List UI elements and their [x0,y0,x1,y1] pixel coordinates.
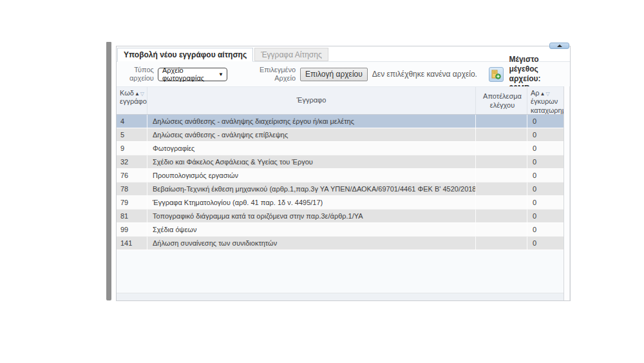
sort-asc-icon[interactable]: ▲ [135,91,140,97]
cell-document: Σχέδια όψεων [147,223,476,236]
table-row[interactable]: 76 Προυπολογισμός εργασιών 0 [117,169,564,182]
cell-result [476,196,527,209]
cell-document: Δήλωση συναίνεσης των συνιδιοκτητών [147,237,476,250]
cell-result [476,182,527,195]
table-row[interactable]: 141 Δήλωση συναίνεσης των συνιδιοκτητών … [117,237,564,250]
cell-valid-count: 0 [527,182,564,195]
column-header-code[interactable]: Κωδ▲▽ εγγράφου [117,87,147,114]
column-header-document[interactable]: Έγγραφο [147,87,476,114]
table-row[interactable]: 5 Δηλώσεις ανάθεσης - ανάληψης επίβλεψης… [117,128,564,142]
table-row[interactable]: 78 Βεβαίωση-Τεχνική έκθεση μηχανικού (αρ… [117,182,564,196]
cell-result [476,128,527,141]
table-row[interactable]: 79 Έγγραφα Κτηματολογίου (αρθ. 41 παρ. 1… [117,196,564,210]
column-header-code-label2: εγγράφου [120,97,146,106]
cell-code: 141 [117,237,147,250]
collapse-panel-button[interactable] [549,43,569,49]
cell-valid-count: 0 [527,196,564,209]
file-type-selected-value: Αρχείο φωτογραφίας [162,66,214,82]
table-area: Κωδ▲▽ εγγράφου Έγγραφο Αποτέλεσμα ελέγχο… [117,86,570,300]
cell-valid-count: 0 [527,128,564,141]
cell-result [476,155,527,168]
cell-document: Προυπολογισμός εργασιών [147,169,476,182]
cell-document: Τοπογραφικό διάγραμμα κατά τα οριζόμενα … [147,210,476,222]
sort-asc-icon[interactable]: ▲ [540,91,545,97]
cell-valid-count: 0 [527,169,564,182]
cell-result [476,237,527,250]
cell-result [476,169,527,182]
tab-submit-new-document[interactable]: Υποβολή νέου εγγράφου αίτησης [117,48,253,62]
cell-result [476,115,527,128]
cell-valid-count: 0 [527,237,564,250]
cell-result [476,210,527,222]
tab-bar: Υποβολή νέου εγγράφου αίτησης Έγγραφα Αί… [117,46,570,62]
table-row[interactable]: 99 Σχέδια όψεων 0 [117,223,564,237]
panel-footer [117,293,564,300]
add-file-icon [491,70,501,79]
page: Υποβολή νέου εγγράφου αίτησης Έγγραφα Αί… [0,0,644,363]
table-header: Κωδ▲▽ εγγράφου Έγγραφο Αποτέλεσμα ελέγχο… [117,86,564,115]
table-row[interactable]: 4 Δηλώσεις ανάθεσης - ανάληψης διαχείρισ… [117,115,564,128]
cell-result [476,223,527,236]
tab-application-documents[interactable]: Έγγραφα Αίτησης [254,48,328,61]
cell-valid-count: 0 [527,142,564,155]
no-file-selected-text: Δεν επιλέχθηκε κανένα αρχείο. [372,70,477,79]
cell-document: Βεβαίωση-Τεχνική έκθεση μηχανικού (αρθρ.… [147,182,476,195]
cell-code: 81 [117,210,147,222]
column-header-valid-count[interactable]: Αρ▲▽ έγκυρων καταχωρημένων εγγράφων [527,87,564,114]
cell-valid-count: 0 [527,223,564,236]
dropdown-caret-icon: ▼ [218,72,223,77]
choose-file-button[interactable]: Επιλογή αρχείου [300,68,368,81]
file-type-select[interactable]: Αρχείο φωτογραφίας ▼ [158,68,227,81]
collapse-up-icon [557,44,562,47]
cell-valid-count: 0 [527,115,564,128]
upload-panel: Υποβολή νέου εγγράφου αίτησης Έγγραφα Αί… [116,46,571,301]
file-type-label: Τύπος αρχείου [129,66,154,83]
cell-document: Έγγραφα Κτηματολογίου (αρθ. 41 παρ. 1δ ν… [147,196,476,209]
table-body: 4 Δηλώσεις ανάθεσης - ανάληψης διαχείρισ… [117,115,564,250]
cell-code: 76 [117,169,147,182]
cell-document: Σχέδιο και Φάκελος Ασφάλειας & Υγείας το… [147,155,476,168]
table-row[interactable]: 32 Σχέδιο και Φάκελος Ασφάλειας & Υγείας… [117,155,564,169]
left-splitter-bar[interactable] [106,42,111,300]
sort-desc-icon[interactable]: ▽ [140,91,144,97]
column-header-result[interactable]: Αποτέλεσμα ελέγχου [476,87,527,114]
cell-document: Δηλώσεις ανάθεσης - ανάληψης διαχείρισης… [147,115,476,128]
cell-code: 99 [117,223,147,236]
cell-valid-count: 0 [527,155,564,168]
table-scrollbar-track[interactable] [564,86,570,300]
column-header-code-label: Κωδ [120,89,134,97]
cell-valid-count: 0 [527,210,564,222]
column-header-valid-count-sublabel: έγκυρων καταχωρημένων εγγράφων [531,97,562,114]
cell-result [476,142,527,155]
cell-document: Φωτογραφίες [147,142,476,155]
cell-code: 4 [117,115,147,128]
max-file-size-label: Μέγιστο μέγεθος αρχείου: [509,55,570,84]
sort-desc-icon[interactable]: ▽ [546,91,550,97]
cell-document: Δηλώσεις ανάθεσης - ανάληψης επίβλεψης [147,128,476,141]
table-main-column: Κωδ▲▽ εγγράφου Έγγραφο Αποτέλεσμα ελέγχο… [117,86,564,300]
upload-file-button[interactable] [489,67,504,82]
table-row[interactable]: 9 Φωτογραφίες 0 [117,142,564,155]
table-row[interactable]: 81 Τοπογραφικό διάγραμμα κατά τα οριζόμε… [117,210,564,223]
upload-toolbar: Τύπος αρχείου Αρχείο φωτογραφίας ▼ Επιλε… [117,62,570,86]
table-empty-area [117,250,564,293]
cell-code: 32 [117,155,147,168]
cell-code: 79 [117,196,147,209]
cell-code: 9 [117,142,147,155]
selected-file-label: Επιλεγμένο Αρχείο [260,66,296,83]
cell-code: 5 [117,128,147,141]
cell-code: 78 [117,182,147,195]
column-header-valid-count-label: Αρ [531,89,540,97]
